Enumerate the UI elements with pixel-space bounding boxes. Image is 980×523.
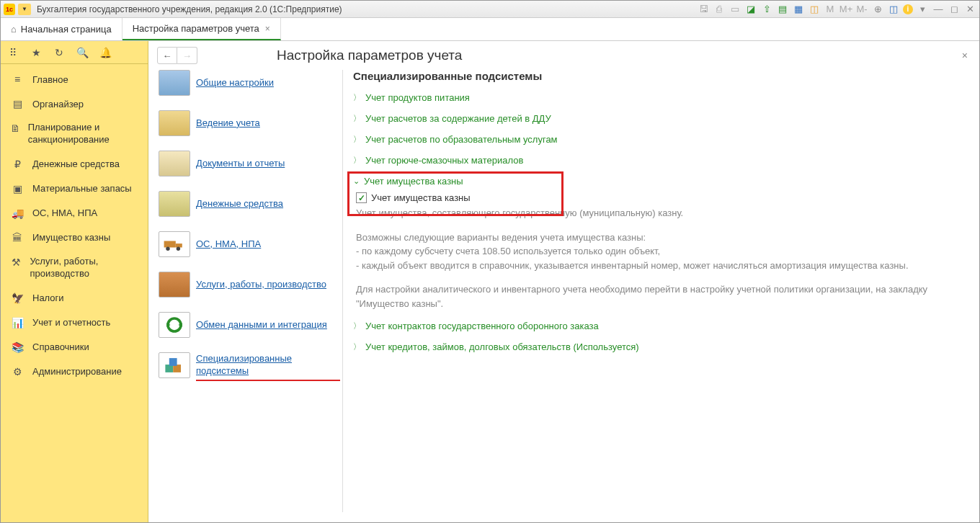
page-close-icon[interactable]: × (959, 47, 971, 64)
sidebar-item-organizer[interactable]: ▤ Органайзер (1, 91, 148, 116)
settings-nav-label: ОС, НМА, НПА (196, 238, 261, 251)
desc-block: Возможны следующие варианты ведения учет… (356, 231, 969, 273)
content-body: Общие настройки Ведение учета Документы … (148, 70, 979, 522)
sidebar-label: Справочники (32, 341, 89, 352)
settings-nav-general[interactable]: Общие настройки (159, 70, 335, 96)
print-icon[interactable]: ⎙ (713, 3, 726, 16)
search-icon[interactable]: 🔍 (76, 46, 89, 59)
tab-bar: ⌂ Начальная страница Настройка параметро… (1, 18, 979, 41)
main-area: ⠿ ★ ↻ 🔍 🔔 ≡ Главное ▤ Органайзер 🗎 Плани… (1, 41, 979, 522)
sidebar-item-materials[interactable]: ▣ Материальные запасы (1, 176, 148, 201)
detail-heading: Специализированные подсистемы (353, 70, 969, 82)
save-icon[interactable]: 🖫 (697, 3, 710, 16)
detail-item-food: 〉 Учет продуктов питания (353, 92, 969, 103)
calculator-icon[interactable]: ▦ (792, 3, 805, 16)
checkbox-treasury[interactable]: ✓ (356, 192, 367, 203)
detail-toggle[interactable]: 〉 Учет продуктов питания (353, 92, 969, 103)
window-close-icon[interactable]: ✕ (963, 3, 976, 16)
sidebar-item-treasury[interactable]: 🏛 Имущество казны (1, 225, 148, 250)
settings-nav-label: Общие настройки (196, 77, 274, 89)
chevron-right-icon: 〉 (353, 113, 361, 124)
desc-text: Учет имущества, составляющего государств… (356, 206, 969, 220)
settings-detail: Специализированные подсистемы 〉 Учет про… (342, 70, 969, 512)
calendar-icon[interactable]: ◫ (808, 3, 821, 16)
m-minus-icon[interactable]: M- (855, 3, 868, 16)
history-icon[interactable]: ↻ (53, 46, 66, 59)
compare-icon[interactable]: ◪ (744, 3, 757, 16)
ruble-icon: ₽ (9, 158, 25, 171)
sidebar-label: Налоги (32, 292, 64, 303)
minimize-icon[interactable]: — (932, 3, 945, 16)
detail-toggle[interactable]: 〉 Учет расчетов по образовательным услуг… (353, 134, 969, 145)
content: ← → Настройка параметров учета × Общие н… (148, 41, 979, 522)
detail-toggle[interactable]: 〉 Учет горюче-смазочных материалов (353, 155, 969, 166)
reporting-icon: 📊 (9, 316, 25, 329)
treasury-icon: 🏛 (9, 231, 25, 244)
tab-settings[interactable]: Настройка параметров учета × (122, 18, 281, 40)
document-icon[interactable]: ▭ (729, 3, 741, 16)
detail-label: Учет продуктов питания (365, 92, 470, 103)
content-toolbar: ← → Настройка параметров учета × (148, 41, 979, 70)
detail-toggle[interactable]: 〉 Учет кредитов, займов, долговых обязат… (353, 341, 969, 352)
sidebar-items: ≡ Главное ▤ Органайзер 🗎 Планирование и … (1, 64, 148, 387)
panel-icon[interactable]: ◫ (887, 3, 900, 16)
sidebar-item-catalogs[interactable]: 📚 Справочники (1, 335, 148, 359)
sidebar-item-assets[interactable]: 🚚 ОС, НМА, НПА (1, 201, 148, 225)
settings-nav-exchange[interactable]: Обмен данными и интеграция (159, 312, 335, 338)
dropdown-icon[interactable]: ▾ (916, 3, 929, 16)
sidebar-label: Органайзер (32, 99, 84, 109)
settings-nav-services[interactable]: Услуги, работы, производство (159, 272, 335, 298)
detail-item-education: 〉 Учет расчетов по образовательным услуг… (353, 134, 969, 145)
detail-toggle[interactable]: 〉 Учет контрактов государственного оборо… (353, 321, 969, 331)
desc-block: Для настройки аналитического и инвентарн… (356, 282, 969, 310)
m-icon[interactable]: M (824, 3, 837, 16)
sidebar-item-reporting[interactable]: 📊 Учет и отчетность (1, 310, 148, 335)
zoom-icon[interactable]: ⊕ (871, 3, 884, 16)
tab-close-icon[interactable]: × (265, 24, 270, 34)
sidebar-item-taxes[interactable]: 🦅 Налоги (1, 286, 148, 310)
chevron-down-icon: ⌄ (353, 176, 360, 186)
detail-toggle-expanded[interactable]: ⌄ Учет имущества казны (353, 176, 969, 187)
sidebar-item-money[interactable]: ₽ Денежные средства (1, 152, 148, 176)
sync-icon (159, 312, 190, 338)
desc-line: Возможны следующие варианты ведения учет… (356, 231, 969, 245)
download-icon[interactable]: ▤ (776, 3, 789, 16)
detail-item-children: 〉 Учет расчетов за содержание детей в ДД… (353, 113, 969, 124)
forward-button[interactable]: → (177, 47, 197, 64)
settings-nav-label: Услуги, работы, производство (196, 279, 326, 291)
settings-nav-specialized[interactable]: Специализированные подсистемы (159, 352, 335, 378)
upload-icon[interactable]: ⇧ (760, 3, 773, 16)
detail-label: Учет горюче-смазочных материалов (365, 155, 523, 166)
app-menu-dropdown[interactable]: ▼ (18, 4, 31, 15)
maximize-icon[interactable]: ◻ (948, 3, 961, 16)
detail-label: Учет расчетов по образовательным услугам (365, 134, 558, 145)
back-button[interactable]: ← (157, 47, 177, 64)
sidebar-label: Главное (32, 74, 68, 85)
settings-nav-assets[interactable]: ОС, НМА, НПА (159, 231, 335, 257)
sidebar-item-planning[interactable]: 🗎 Планирование и санкционирование (1, 116, 148, 152)
settings-nav-money[interactable]: Денежные средства (159, 191, 335, 217)
apps-icon[interactable]: ⠿ (6, 46, 19, 59)
svg-point-3 (177, 247, 180, 251)
menu-icon: ≡ (9, 73, 25, 86)
chevron-right-icon: 〉 (353, 155, 361, 166)
settings-nav-accounting[interactable]: Ведение учета (159, 110, 335, 136)
star-icon[interactable]: ★ (30, 46, 43, 59)
m-plus-icon[interactable]: M+ (839, 3, 852, 16)
tab-home[interactable]: ⌂ Начальная страница (1, 18, 122, 40)
detail-expanded: ✓ Учет имущества казны Учет имущества, с… (356, 192, 969, 310)
sidebar-item-admin[interactable]: ⚙ Администрирование (1, 359, 148, 384)
settings-nav-docs[interactable]: Документы и отчеты (159, 151, 335, 176)
catalogs-icon: 📚 (9, 341, 25, 354)
sidebar-item-main[interactable]: ≡ Главное (1, 67, 148, 91)
taxes-icon: 🦅 (9, 292, 25, 305)
sidebar-item-services[interactable]: ⚒ Услуги, работы, производство (1, 250, 148, 286)
bell-icon[interactable]: 🔔 (99, 46, 112, 59)
info-icon[interactable]: i (903, 4, 913, 14)
nav-buttons: ← → (157, 47, 197, 64)
sidebar-label: Учет и отчетность (32, 317, 110, 328)
settings-nav-label: Специализированные подсистемы (196, 353, 335, 377)
detail-toggle[interactable]: 〉 Учет расчетов за содержание детей в ДД… (353, 113, 969, 124)
checkbox-row: ✓ Учет имущества казны (356, 192, 969, 203)
sidebar-label: Имущество казны (32, 232, 110, 243)
